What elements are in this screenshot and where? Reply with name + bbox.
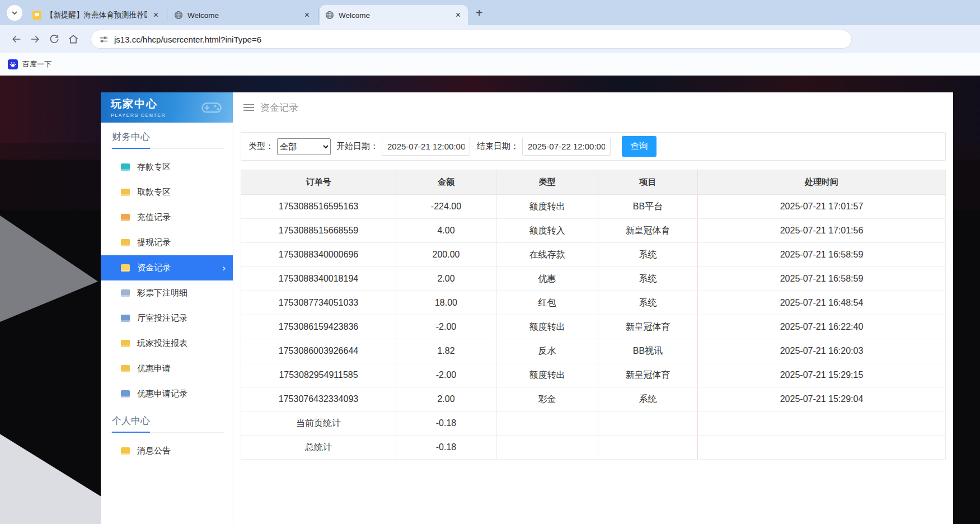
tab-search-button[interactable] bbox=[7, 5, 22, 21]
tab-strip: 【新提醒】海燕体育预测推荐区 × Welcome × Welcome × + bbox=[0, 0, 980, 25]
page-title: 资金记录 bbox=[260, 101, 298, 114]
type-select[interactable]: 全部 bbox=[277, 138, 331, 155]
reload-button[interactable] bbox=[45, 30, 64, 49]
table-body: 1753088516595163-224.00额度转出BB平台2025-07-2… bbox=[241, 195, 946, 460]
browser-tab-1[interactable]: 【新提醒】海燕体育预测推荐区 × bbox=[27, 5, 166, 25]
sidebar-item-label: 取款专区 bbox=[137, 187, 171, 198]
table-row: 1753086159423836-2.00额度转出新皇冠体育2025-07-21… bbox=[241, 315, 946, 339]
table-cell: 200.00 bbox=[396, 243, 496, 267]
table-header-cell: 项目 bbox=[598, 170, 698, 195]
search-button[interactable]: 查询 bbox=[622, 136, 657, 157]
sidebar-item-lottery-bet-detail[interactable]: 彩票下注明细 bbox=[101, 280, 233, 306]
tab-separator bbox=[167, 10, 167, 21]
sidebar-item-player-bet-report[interactable]: 玩家投注报表 bbox=[101, 331, 233, 356]
table-cell: 1753088340018194 bbox=[241, 267, 396, 291]
table-cell: 额度转出 bbox=[496, 363, 598, 387]
yellow-message-favicon bbox=[32, 11, 41, 20]
sidebar-item-message-announcement[interactable]: 消息公告 bbox=[101, 438, 233, 464]
chevron-right-icon: › bbox=[222, 263, 226, 273]
table-cell: 新皇冠体育 bbox=[598, 315, 698, 339]
hamburger-menu-icon[interactable] bbox=[243, 104, 254, 111]
table-cell: 额度转出 bbox=[496, 315, 598, 339]
sidebar-section-title: 财务中心 bbox=[110, 123, 224, 149]
table-row: 总统计-0.18 bbox=[241, 436, 946, 460]
sidebar-item-recharge-record[interactable]: 充值记录 bbox=[101, 205, 233, 230]
table-cell: 当前页统计 bbox=[241, 411, 396, 436]
sidebar-item-promo-apply[interactable]: 优惠申请 bbox=[101, 356, 233, 381]
table-cell: 系统 bbox=[598, 243, 698, 267]
sidebar-item-funds-record[interactable]: 资金记录› bbox=[101, 255, 233, 280]
promo-apply-icon bbox=[121, 365, 130, 372]
message-announcement-icon bbox=[121, 447, 130, 455]
table-cell: BB平台 bbox=[598, 195, 698, 219]
filter-bar: 类型： 全部 开始日期： 结束日期： 查询 bbox=[241, 132, 946, 161]
table-row: 17530883400181942.00优惠系统2025-07-21 16:58… bbox=[241, 267, 946, 291]
tab-title: Welcome bbox=[339, 11, 449, 20]
withdrawal-record-icon bbox=[121, 239, 130, 246]
table-row: 当前页统计-0.18 bbox=[241, 411, 946, 436]
tab-close-icon[interactable]: × bbox=[454, 11, 462, 20]
site-settings-icon[interactable] bbox=[99, 35, 109, 44]
browser-window: 【新提醒】海燕体育预测推荐区 × Welcome × Welcome × + bbox=[0, 0, 980, 524]
table-cell: -0.18 bbox=[396, 411, 496, 436]
browser-tab-2[interactable]: Welcome × bbox=[168, 5, 317, 25]
recharge-record-icon bbox=[121, 214, 130, 221]
sidebar-item-deposit-zone[interactable]: 存款专区 bbox=[101, 155, 233, 180]
sidebar-section-label: 财务中心 bbox=[112, 130, 150, 149]
end-date-input[interactable] bbox=[522, 138, 611, 156]
table-cell: 1753088516595163 bbox=[241, 195, 396, 219]
table-cell: 系统 bbox=[598, 267, 698, 291]
tab-close-icon[interactable]: × bbox=[152, 11, 160, 20]
browser-tab-3-active[interactable]: Welcome × bbox=[320, 5, 468, 25]
end-date-label: 结束日期： bbox=[477, 141, 519, 152]
table-cell: 2025-07-21 17:01:56 bbox=[698, 219, 946, 243]
table-cell: 1753087734051033 bbox=[241, 291, 396, 315]
table-cell bbox=[598, 436, 698, 460]
table-cell: 1753082954911585 bbox=[241, 363, 396, 387]
sidebar-item-withdrawal-record[interactable]: 提现记录 bbox=[101, 230, 233, 255]
table-row: 17530764323340932.00彩金系统2025-07-21 15:29… bbox=[241, 387, 946, 411]
table-cell: 4.00 bbox=[396, 219, 496, 243]
sidebar-item-label: 充值记录 bbox=[137, 212, 171, 223]
funds-record-table: 订单号金额类型项目处理时间 1753088516595163-224.00额度转… bbox=[241, 170, 946, 460]
table-cell: 1753086003926644 bbox=[241, 339, 396, 363]
sidebar-item-label: 存款专区 bbox=[137, 162, 171, 172]
funds-record-icon bbox=[121, 264, 130, 272]
table-cell: 2025-07-21 16:58:59 bbox=[698, 243, 946, 267]
sidebar-item-label: 资金记录 bbox=[137, 263, 171, 273]
back-button[interactable] bbox=[7, 30, 26, 49]
page-content: 玩家中心 PLAYERS CENTER 财务中心存款专区取款专区充值记录提现记录… bbox=[0, 76, 980, 524]
bookmark-label: 百度一下 bbox=[22, 59, 51, 69]
table-cell bbox=[598, 411, 698, 436]
sidebar-item-label: 优惠申请记录 bbox=[137, 389, 187, 399]
table-cell: 2025-07-21 17:01:57 bbox=[698, 195, 946, 219]
new-tab-button[interactable]: + bbox=[476, 7, 482, 18]
table-cell: 2025-07-21 16:22:40 bbox=[698, 315, 946, 339]
sidebar-item-hall-bet-record[interactable]: 厅室投注记录 bbox=[101, 306, 233, 331]
address-bar[interactable]: js13.cc/hhcp/usercenter.html?iniType=6 bbox=[91, 30, 852, 49]
sidebar: 玩家中心 PLAYERS CENTER 财务中心存款专区取款专区充值记录提现记录… bbox=[101, 92, 233, 524]
table-row: 17530885156685594.00额度转入新皇冠体育2025-07-21 … bbox=[241, 219, 946, 243]
start-date-input[interactable] bbox=[382, 138, 470, 156]
url-text[interactable]: js13.cc/hhcp/usercenter.html?iniType=6 bbox=[114, 35, 261, 44]
table-cell: 额度转出 bbox=[496, 195, 598, 219]
table-header-row: 订单号金额类型项目处理时间 bbox=[241, 170, 946, 195]
navigation-bar: js13.cc/hhcp/usercenter.html?iniType=6 bbox=[0, 25, 980, 53]
home-button[interactable] bbox=[64, 30, 83, 49]
main-header: 资金记录 bbox=[233, 92, 953, 123]
type-label: 类型： bbox=[248, 141, 274, 152]
forward-button[interactable] bbox=[26, 30, 45, 49]
sidebar-item-promo-apply-record[interactable]: 优惠申请记录 bbox=[101, 381, 233, 406]
tab-title: 【新提醒】海燕体育预测推荐区 bbox=[46, 10, 147, 20]
table-cell: 新皇冠体育 bbox=[598, 363, 698, 387]
tab-title: Welcome bbox=[187, 11, 298, 20]
sidebar-item-label: 厅室投注记录 bbox=[137, 313, 187, 324]
baidu-paw-icon bbox=[8, 59, 18, 69]
tab-close-icon[interactable]: × bbox=[303, 11, 311, 20]
bookmark-baidu[interactable]: 百度一下 bbox=[8, 59, 51, 69]
player-bet-report-icon bbox=[121, 340, 130, 347]
sidebar-item-withdraw-zone[interactable]: 取款专区 bbox=[101, 180, 233, 205]
table-header-cell: 类型 bbox=[496, 170, 598, 195]
table-cell: 在线存款 bbox=[496, 243, 598, 267]
table-cell: 红包 bbox=[496, 291, 598, 315]
